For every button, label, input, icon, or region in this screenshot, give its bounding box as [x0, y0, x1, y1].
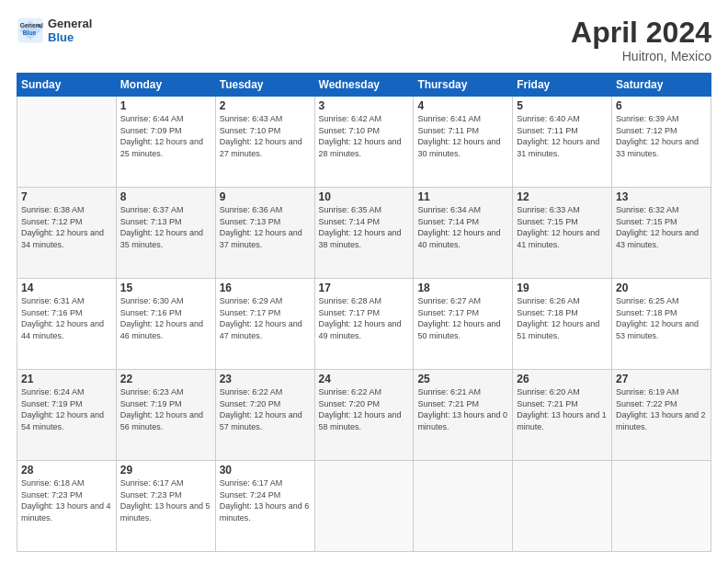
day-number: 23	[220, 373, 311, 385]
calendar-week-1: 1Sunrise: 6:44 AMSunset: 7:09 PMDaylight…	[17, 97, 711, 188]
svg-text:General: General	[20, 22, 43, 29]
day-number: 4	[417, 99, 508, 112]
calendar-cell: 12Sunrise: 6:33 AMSunset: 7:15 PMDayligh…	[513, 188, 612, 279]
daylight-text: Daylight: 12 hours and 30 minutes.	[417, 136, 508, 159]
calendar-cell: 27Sunrise: 6:19 AMSunset: 7:22 PMDayligh…	[612, 370, 711, 461]
sunrise-text: Sunrise: 6:17 AM	[220, 477, 311, 489]
sunrise-text: Sunrise: 6:27 AM	[417, 295, 508, 307]
daylight-text: Daylight: 13 hours and 1 minute.	[517, 409, 608, 432]
sunrise-text: Sunrise: 6:20 AM	[517, 386, 608, 398]
sunset-text: Sunset: 7:10 PM	[319, 125, 410, 137]
daylight-text: Daylight: 12 hours and 47 minutes.	[220, 318, 311, 341]
sunset-text: Sunset: 7:12 PM	[21, 216, 112, 228]
calendar-cell: 21Sunrise: 6:24 AMSunset: 7:19 PMDayligh…	[17, 370, 117, 461]
day-info: Sunrise: 6:31 AMSunset: 7:16 PMDaylight:…	[21, 295, 112, 341]
sunrise-text: Sunrise: 6:41 AM	[417, 113, 508, 125]
day-number: 29	[120, 464, 211, 477]
sunset-text: Sunset: 7:20 PM	[319, 398, 410, 410]
sunset-text: Sunset: 7:16 PM	[120, 307, 211, 319]
sunrise-text: Sunrise: 6:23 AM	[120, 386, 211, 398]
sunset-text: Sunset: 7:19 PM	[21, 398, 112, 410]
calendar-cell: 1Sunrise: 6:44 AMSunset: 7:09 PMDaylight…	[116, 97, 215, 188]
daylight-text: Daylight: 12 hours and 44 minutes.	[21, 318, 112, 341]
sunset-text: Sunset: 7:17 PM	[417, 307, 508, 319]
sunrise-text: Sunrise: 6:29 AM	[220, 295, 311, 307]
day-info: Sunrise: 6:25 AMSunset: 7:18 PMDaylight:…	[616, 295, 707, 341]
daylight-text: Daylight: 13 hours and 4 minutes.	[21, 500, 112, 523]
sunset-text: Sunset: 7:11 PM	[517, 125, 608, 137]
day-info: Sunrise: 6:39 AMSunset: 7:12 PMDaylight:…	[616, 113, 707, 159]
calendar-cell: 9Sunrise: 6:36 AMSunset: 7:13 PMDaylight…	[215, 188, 314, 279]
svg-text:Blue: Blue	[23, 29, 37, 36]
sunset-text: Sunset: 7:11 PM	[417, 125, 508, 137]
sunset-text: Sunset: 7:24 PM	[220, 489, 311, 501]
location: Huitron, Mexico	[571, 49, 711, 63]
sunrise-text: Sunrise: 6:40 AM	[517, 113, 608, 125]
calendar-cell: 22Sunrise: 6:23 AMSunset: 7:19 PMDayligh…	[116, 370, 215, 461]
col-friday: Friday	[513, 74, 612, 97]
sunset-text: Sunset: 7:15 PM	[517, 216, 608, 228]
daylight-text: Daylight: 12 hours and 27 minutes.	[220, 136, 311, 159]
day-info: Sunrise: 6:36 AMSunset: 7:13 PMDaylight:…	[220, 204, 311, 250]
daylight-text: Daylight: 12 hours and 31 minutes.	[517, 136, 608, 159]
sunrise-text: Sunrise: 6:33 AM	[517, 204, 608, 216]
daylight-text: Daylight: 12 hours and 35 minutes.	[120, 227, 211, 250]
calendar-cell: 24Sunrise: 6:22 AMSunset: 7:20 PMDayligh…	[314, 370, 414, 461]
day-number: 7	[21, 190, 112, 203]
calendar-cell: 17Sunrise: 6:28 AMSunset: 7:17 PMDayligh…	[314, 279, 414, 370]
col-wednesday: Wednesday	[314, 74, 414, 97]
day-info: Sunrise: 6:22 AMSunset: 7:20 PMDaylight:…	[220, 386, 311, 432]
calendar-cell: 23Sunrise: 6:22 AMSunset: 7:20 PMDayligh…	[215, 370, 314, 461]
title-block: April 2024 Huitron, Mexico	[571, 17, 711, 63]
sunset-text: Sunset: 7:18 PM	[616, 307, 707, 319]
calendar-cell: 10Sunrise: 6:35 AMSunset: 7:14 PMDayligh…	[314, 188, 414, 279]
day-number: 28	[21, 464, 112, 477]
day-info: Sunrise: 6:33 AMSunset: 7:15 PMDaylight:…	[517, 204, 608, 250]
sunset-text: Sunset: 7:13 PM	[120, 216, 211, 228]
logo: General Blue General Blue	[17, 17, 92, 44]
sunset-text: Sunset: 7:22 PM	[616, 398, 707, 410]
calendar-cell: 25Sunrise: 6:21 AMSunset: 7:21 PMDayligh…	[414, 370, 513, 461]
sunset-text: Sunset: 7:21 PM	[517, 398, 608, 410]
daylight-text: Daylight: 12 hours and 46 minutes.	[120, 318, 211, 341]
day-info: Sunrise: 6:17 AMSunset: 7:23 PMDaylight:…	[120, 477, 211, 523]
day-info: Sunrise: 6:26 AMSunset: 7:18 PMDaylight:…	[517, 295, 608, 341]
calendar-cell	[414, 461, 513, 552]
day-info: Sunrise: 6:19 AMSunset: 7:22 PMDaylight:…	[616, 386, 707, 432]
sunset-text: Sunset: 7:20 PM	[220, 398, 311, 410]
day-info: Sunrise: 6:32 AMSunset: 7:15 PMDaylight:…	[616, 204, 707, 250]
day-info: Sunrise: 6:21 AMSunset: 7:21 PMDaylight:…	[417, 386, 508, 432]
day-number: 8	[120, 190, 211, 203]
daylight-text: Daylight: 12 hours and 58 minutes.	[319, 409, 410, 432]
day-number: 12	[517, 190, 608, 203]
sunrise-text: Sunrise: 6:24 AM	[21, 386, 112, 398]
day-info: Sunrise: 6:20 AMSunset: 7:21 PMDaylight:…	[517, 386, 608, 432]
calendar-cell	[513, 461, 612, 552]
day-info: Sunrise: 6:27 AMSunset: 7:17 PMDaylight:…	[417, 295, 508, 341]
day-number: 25	[417, 373, 508, 385]
daylight-text: Daylight: 12 hours and 40 minutes.	[417, 227, 508, 250]
header-row: Sunday Monday Tuesday Wednesday Thursday…	[17, 74, 711, 97]
calendar-cell: 13Sunrise: 6:32 AMSunset: 7:15 PMDayligh…	[612, 188, 711, 279]
day-number: 17	[319, 282, 410, 294]
sunrise-text: Sunrise: 6:38 AM	[21, 204, 112, 216]
day-number: 6	[616, 99, 707, 112]
daylight-text: Daylight: 12 hours and 37 minutes.	[220, 227, 311, 250]
daylight-text: Daylight: 12 hours and 34 minutes.	[21, 227, 112, 250]
day-info: Sunrise: 6:42 AMSunset: 7:10 PMDaylight:…	[319, 113, 410, 159]
calendar-cell: 30Sunrise: 6:17 AMSunset: 7:24 PMDayligh…	[215, 461, 314, 552]
calendar-cell: 28Sunrise: 6:18 AMSunset: 7:23 PMDayligh…	[17, 461, 117, 552]
calendar-week-3: 14Sunrise: 6:31 AMSunset: 7:16 PMDayligh…	[17, 279, 711, 370]
sunrise-text: Sunrise: 6:25 AM	[616, 295, 707, 307]
calendar-cell: 16Sunrise: 6:29 AMSunset: 7:17 PMDayligh…	[215, 279, 314, 370]
page: General Blue General Blue April 2024 Hui…	[0, 0, 728, 563]
day-info: Sunrise: 6:23 AMSunset: 7:19 PMDaylight:…	[120, 386, 211, 432]
sunset-text: Sunset: 7:12 PM	[616, 125, 707, 137]
daylight-text: Daylight: 13 hours and 0 minutes.	[417, 409, 508, 432]
col-thursday: Thursday	[414, 74, 513, 97]
sunrise-text: Sunrise: 6:37 AM	[120, 204, 211, 216]
daylight-text: Daylight: 12 hours and 56 minutes.	[120, 409, 211, 432]
calendar-cell: 4Sunrise: 6:41 AMSunset: 7:11 PMDaylight…	[414, 97, 513, 188]
sunrise-text: Sunrise: 6:39 AM	[616, 113, 707, 125]
daylight-text: Daylight: 13 hours and 6 minutes.	[220, 500, 311, 523]
